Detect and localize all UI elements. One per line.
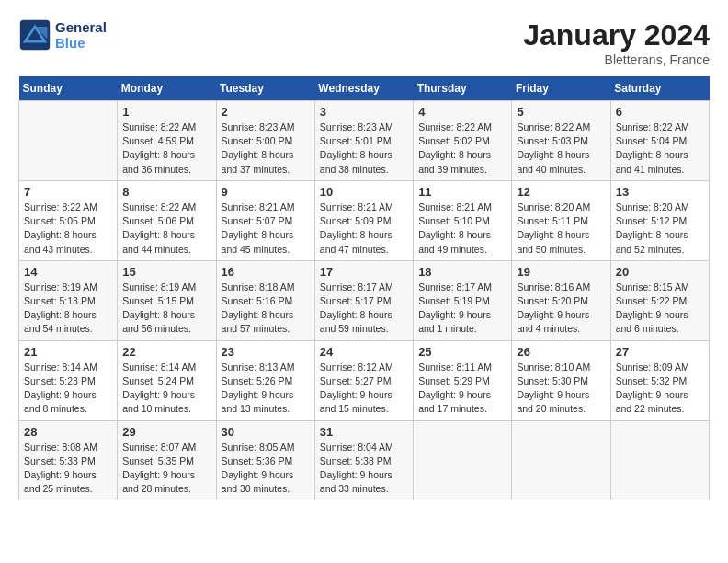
day-number: 19 — [517, 265, 605, 279]
day-number: 20 — [616, 265, 704, 279]
day-header-friday: Friday — [512, 76, 610, 101]
day-info: Sunrise: 8:23 AM Sunset: 5:00 PM Dayligh… — [222, 121, 310, 177]
calendar-cell — [414, 420, 512, 500]
day-info: Sunrise: 8:23 AM Sunset: 5:01 PM Dayligh… — [320, 121, 408, 177]
calendar-week-2: 7Sunrise: 8:22 AM Sunset: 5:05 PM Daylig… — [19, 180, 710, 260]
day-info: Sunrise: 8:21 AM Sunset: 5:07 PM Dayligh… — [222, 201, 310, 257]
calendar-cell: 16Sunrise: 8:18 AM Sunset: 5:16 PM Dayli… — [216, 260, 314, 340]
day-header-row: SundayMondayTuesdayWednesdayThursdayFrid… — [19, 76, 710, 101]
day-header-sunday: Sunday — [19, 76, 118, 101]
location: Bletterans, France — [523, 52, 710, 67]
day-info: Sunrise: 8:22 AM Sunset: 5:03 PM Dayligh… — [517, 121, 605, 177]
day-info: Sunrise: 8:18 AM Sunset: 5:16 PM Dayligh… — [222, 281, 310, 337]
day-info: Sunrise: 8:19 AM Sunset: 5:13 PM Dayligh… — [24, 281, 112, 337]
calendar-cell: 21Sunrise: 8:14 AM Sunset: 5:23 PM Dayli… — [19, 340, 118, 420]
day-info: Sunrise: 8:13 AM Sunset: 5:26 PM Dayligh… — [222, 361, 310, 417]
day-info: Sunrise: 8:19 AM Sunset: 5:15 PM Dayligh… — [122, 281, 210, 337]
day-info: Sunrise: 8:15 AM Sunset: 5:22 PM Dayligh… — [616, 281, 704, 337]
calendar-table: SundayMondayTuesdayWednesdayThursdayFrid… — [18, 76, 710, 500]
day-number: 16 — [222, 265, 310, 279]
day-number: 2 — [222, 105, 310, 119]
calendar-cell: 9Sunrise: 8:21 AM Sunset: 5:07 PM Daylig… — [216, 180, 314, 260]
day-info: Sunrise: 8:05 AM Sunset: 5:36 PM Dayligh… — [222, 441, 310, 497]
calendar-cell: 13Sunrise: 8:20 AM Sunset: 5:12 PM Dayli… — [610, 180, 709, 260]
month-year: January 2024 — [523, 18, 710, 52]
day-info: Sunrise: 8:22 AM Sunset: 5:02 PM Dayligh… — [418, 121, 506, 177]
day-number: 25 — [418, 345, 506, 359]
day-number: 4 — [418, 105, 506, 119]
day-number: 15 — [122, 265, 210, 279]
day-header-tuesday: Tuesday — [216, 76, 314, 101]
calendar-cell: 19Sunrise: 8:16 AM Sunset: 5:20 PM Dayli… — [512, 260, 610, 340]
calendar-cell: 3Sunrise: 8:23 AM Sunset: 5:01 PM Daylig… — [314, 101, 413, 181]
day-number: 26 — [517, 345, 605, 359]
calendar-week-3: 14Sunrise: 8:19 AM Sunset: 5:13 PM Dayli… — [19, 260, 710, 340]
calendar-cell: 8Sunrise: 8:22 AM Sunset: 5:06 PM Daylig… — [118, 180, 216, 260]
calendar-cell: 18Sunrise: 8:17 AM Sunset: 5:19 PM Dayli… — [414, 260, 512, 340]
calendar-cell: 5Sunrise: 8:22 AM Sunset: 5:03 PM Daylig… — [512, 101, 610, 181]
day-number: 21 — [24, 345, 112, 359]
day-info: Sunrise: 8:11 AM Sunset: 5:29 PM Dayligh… — [418, 361, 506, 417]
calendar-cell: 27Sunrise: 8:09 AM Sunset: 5:32 PM Dayli… — [610, 340, 709, 420]
day-info: Sunrise: 8:22 AM Sunset: 5:05 PM Dayligh… — [24, 201, 112, 257]
calendar-cell: 12Sunrise: 8:20 AM Sunset: 5:11 PM Dayli… — [512, 180, 610, 260]
day-number: 24 — [320, 345, 408, 359]
calendar-week-1: 1Sunrise: 8:22 AM Sunset: 4:59 PM Daylig… — [19, 101, 710, 181]
day-info: Sunrise: 8:20 AM Sunset: 5:11 PM Dayligh… — [517, 201, 605, 257]
day-number: 27 — [616, 345, 704, 359]
day-number: 7 — [24, 185, 112, 199]
calendar-cell: 14Sunrise: 8:19 AM Sunset: 5:13 PM Dayli… — [19, 260, 118, 340]
calendar-week-4: 21Sunrise: 8:14 AM Sunset: 5:23 PM Dayli… — [19, 340, 710, 420]
day-info: Sunrise: 8:17 AM Sunset: 5:19 PM Dayligh… — [418, 281, 506, 337]
day-number: 6 — [616, 105, 704, 119]
logo: General Blue — [18, 18, 107, 52]
day-info: Sunrise: 8:16 AM Sunset: 5:20 PM Dayligh… — [517, 281, 605, 337]
day-info: Sunrise: 8:09 AM Sunset: 5:32 PM Dayligh… — [616, 361, 704, 417]
calendar-cell: 28Sunrise: 8:08 AM Sunset: 5:33 PM Dayli… — [19, 420, 118, 500]
day-number: 18 — [418, 265, 506, 279]
calendar-cell: 11Sunrise: 8:21 AM Sunset: 5:10 PM Dayli… — [414, 180, 512, 260]
day-number: 11 — [418, 185, 506, 199]
calendar-cell: 26Sunrise: 8:10 AM Sunset: 5:30 PM Dayli… — [512, 340, 610, 420]
calendar-cell: 1Sunrise: 8:22 AM Sunset: 4:59 PM Daylig… — [118, 101, 216, 181]
day-number: 30 — [222, 425, 310, 439]
day-info: Sunrise: 8:21 AM Sunset: 5:09 PM Dayligh… — [320, 201, 408, 257]
logo-icon — [18, 18, 51, 52]
day-number: 14 — [24, 265, 112, 279]
day-info: Sunrise: 8:22 AM Sunset: 4:59 PM Dayligh… — [122, 121, 210, 177]
day-header-monday: Monday — [118, 76, 216, 101]
day-header-thursday: Thursday — [414, 76, 512, 101]
day-info: Sunrise: 8:14 AM Sunset: 5:23 PM Dayligh… — [24, 361, 112, 417]
calendar-cell: 4Sunrise: 8:22 AM Sunset: 5:02 PM Daylig… — [414, 101, 512, 181]
day-info: Sunrise: 8:21 AM Sunset: 5:10 PM Dayligh… — [418, 201, 506, 257]
day-number: 3 — [320, 105, 408, 119]
day-number: 5 — [517, 105, 605, 119]
calendar-cell: 29Sunrise: 8:07 AM Sunset: 5:35 PM Dayli… — [118, 420, 216, 500]
calendar-cell: 2Sunrise: 8:23 AM Sunset: 5:00 PM Daylig… — [216, 101, 314, 181]
calendar-cell — [512, 420, 610, 500]
day-info: Sunrise: 8:17 AM Sunset: 5:17 PM Dayligh… — [320, 281, 408, 337]
day-info: Sunrise: 8:22 AM Sunset: 5:04 PM Dayligh… — [616, 121, 704, 177]
calendar-cell: 6Sunrise: 8:22 AM Sunset: 5:04 PM Daylig… — [610, 101, 709, 181]
day-info: Sunrise: 8:12 AM Sunset: 5:27 PM Dayligh… — [320, 361, 408, 417]
day-number: 9 — [222, 185, 310, 199]
calendar-cell: 7Sunrise: 8:22 AM Sunset: 5:05 PM Daylig… — [19, 180, 118, 260]
title-block: January 2024 Bletterans, France — [523, 18, 710, 67]
day-info: Sunrise: 8:10 AM Sunset: 5:30 PM Dayligh… — [517, 361, 605, 417]
calendar-cell: 10Sunrise: 8:21 AM Sunset: 5:09 PM Dayli… — [314, 180, 413, 260]
day-info: Sunrise: 8:07 AM Sunset: 5:35 PM Dayligh… — [122, 441, 210, 497]
page-header: General Blue January 2024 Bletterans, Fr… — [18, 18, 710, 67]
day-number: 23 — [222, 345, 310, 359]
calendar-cell: 15Sunrise: 8:19 AM Sunset: 5:15 PM Dayli… — [118, 260, 216, 340]
calendar-cell — [610, 420, 709, 500]
calendar-cell: 22Sunrise: 8:14 AM Sunset: 5:24 PM Dayli… — [118, 340, 216, 420]
calendar-cell: 31Sunrise: 8:04 AM Sunset: 5:38 PM Dayli… — [314, 420, 413, 500]
day-number: 31 — [320, 425, 408, 439]
calendar-cell: 23Sunrise: 8:13 AM Sunset: 5:26 PM Dayli… — [216, 340, 314, 420]
day-header-saturday: Saturday — [610, 76, 709, 101]
day-number: 13 — [616, 185, 704, 199]
day-info: Sunrise: 8:22 AM Sunset: 5:06 PM Dayligh… — [122, 201, 210, 257]
day-number: 17 — [320, 265, 408, 279]
calendar-cell: 20Sunrise: 8:15 AM Sunset: 5:22 PM Dayli… — [610, 260, 709, 340]
day-header-wednesday: Wednesday — [314, 76, 413, 101]
